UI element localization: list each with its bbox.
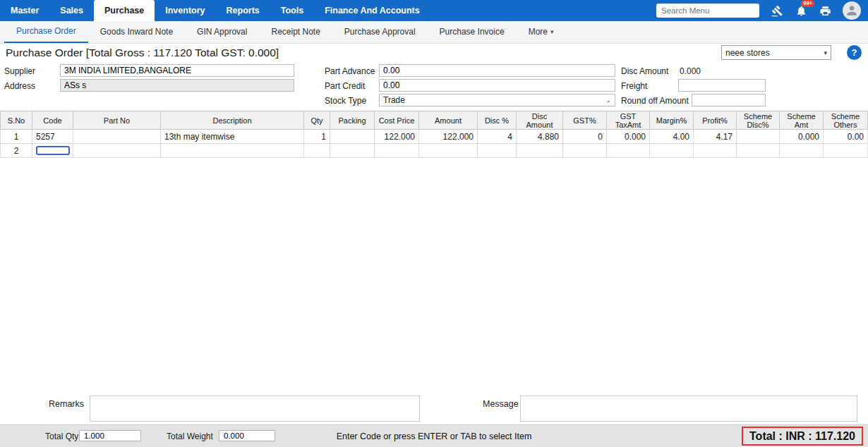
- table-cell[interactable]: [737, 144, 780, 158]
- column-header: Packing: [330, 111, 375, 130]
- printer-icon[interactable]: [819, 4, 831, 17]
- table-cell[interactable]: 0.000: [607, 130, 650, 144]
- table-cell[interactable]: [780, 144, 824, 158]
- column-header: Scheme Disc%: [737, 111, 780, 130]
- part-advance-label: Part Advance: [325, 66, 375, 76]
- column-header: GST TaxAmt: [607, 111, 650, 130]
- column-header: Disc Amount: [517, 111, 563, 130]
- supplier-input[interactable]: [60, 64, 294, 77]
- column-header: Description: [161, 111, 304, 130]
- nav-item-inventory[interactable]: Inventory: [155, 0, 215, 21]
- notifications-bell-icon[interactable]: 99+: [795, 4, 807, 17]
- table-cell[interactable]: [694, 144, 737, 158]
- order-header-form: Supplier Address Part Advance Part Credi…: [0, 62, 868, 110]
- table-cell[interactable]: 4.00: [650, 130, 694, 144]
- table-cell[interactable]: 5257: [32, 130, 73, 144]
- column-header: Profit%: [694, 111, 737, 130]
- tab-purchase-invoice[interactable]: Purchase Invoice: [428, 21, 517, 43]
- disc-amount-value: 0.000: [680, 66, 701, 76]
- table-cell[interactable]: [824, 144, 868, 158]
- table-cell[interactable]: 122.000: [375, 130, 419, 144]
- table-cell[interactable]: [650, 144, 694, 158]
- tab-gin-approval[interactable]: GIN Approval: [185, 21, 259, 43]
- table-cell[interactable]: [73, 130, 161, 144]
- column-header: Qty: [304, 111, 330, 130]
- round-off-amount-input[interactable]: [692, 94, 766, 106]
- message-label: Message: [483, 399, 519, 409]
- total-weight-input[interactable]: [219, 430, 275, 441]
- table-cell[interactable]: 4.17: [694, 130, 737, 144]
- user-avatar[interactable]: [843, 1, 861, 20]
- tab-purchase-order[interactable]: Purchase Order: [4, 21, 88, 43]
- message-textarea[interactable]: [520, 396, 857, 422]
- store-selector-dropdown[interactable]: neee stores ▾: [721, 45, 831, 60]
- nav-item-sales[interactable]: Sales: [49, 0, 94, 21]
- nav-item-finance-and-accounts[interactable]: Finance And Accounts: [314, 0, 430, 21]
- column-header: Disc %: [478, 111, 517, 130]
- table-cell[interactable]: 0.000: [780, 130, 824, 144]
- gavel-icon[interactable]: [771, 4, 783, 17]
- table-cell[interactable]: [607, 144, 650, 158]
- remarks-textarea[interactable]: [90, 396, 420, 422]
- tab-purchase-approval[interactable]: Purchase Approval: [332, 21, 428, 43]
- table-header-row: S.NoCodePart NoDescriptionQtyPackingCost…: [1, 111, 868, 130]
- table-cell[interactable]: 4: [478, 130, 517, 144]
- table-cell[interactable]: [330, 144, 375, 158]
- table-cell[interactable]: [419, 144, 478, 158]
- table-cell[interactable]: [32, 144, 73, 158]
- table-cell[interactable]: [737, 130, 780, 144]
- table-cell[interactable]: [330, 130, 375, 144]
- address-input[interactable]: [60, 79, 294, 92]
- search-menu-input[interactable]: [656, 4, 759, 18]
- disc-amount-label: Disc Amount: [621, 66, 668, 76]
- address-label: Address: [4, 81, 35, 91]
- freight-label: Freight: [621, 81, 647, 91]
- table-cell[interactable]: [73, 144, 161, 158]
- table-cell[interactable]: 2: [1, 144, 32, 158]
- table-cell[interactable]: 1: [304, 130, 330, 144]
- table-cell[interactable]: 13th may itemwise: [161, 130, 304, 144]
- tab-more[interactable]: More ▾: [517, 21, 566, 43]
- supplier-label: Supplier: [4, 66, 35, 76]
- nav-item-purchase[interactable]: Purchase: [94, 0, 155, 21]
- remarks-label: Remarks: [49, 399, 84, 409]
- column-header: Cost Price: [375, 111, 419, 130]
- total-qty-input[interactable]: [79, 430, 141, 441]
- table-cell[interactable]: 0: [563, 130, 607, 144]
- store-selector-value: neee stores: [725, 48, 770, 58]
- stock-type-select[interactable]: Trade ⌄: [379, 94, 615, 106]
- table-cell[interactable]: 122.000: [419, 130, 478, 144]
- table-cell[interactable]: 0.00: [824, 130, 868, 144]
- title-bar: Purchase Order [Total Gross : 117.120 To…: [0, 44, 868, 62]
- table-cell[interactable]: 1: [1, 130, 32, 144]
- table-cell[interactable]: [161, 144, 304, 158]
- stock-type-label: Stock Type: [325, 96, 366, 106]
- help-icon[interactable]: ?: [847, 45, 862, 60]
- column-header: S.No: [1, 111, 32, 130]
- part-credit-input[interactable]: [379, 79, 615, 92]
- part-advance-input[interactable]: [379, 64, 615, 77]
- nav-item-reports[interactable]: Reports: [216, 0, 270, 21]
- freight-input[interactable]: [678, 79, 766, 92]
- table-cell[interactable]: 4.880: [517, 130, 563, 144]
- table-cell[interactable]: [304, 144, 330, 158]
- table-cell[interactable]: [478, 144, 517, 158]
- nav-item-tools[interactable]: Tools: [270, 0, 314, 21]
- table-cell[interactable]: [375, 144, 419, 158]
- column-header: Scheme Amt: [780, 111, 824, 130]
- column-header: Scheme Others: [824, 111, 868, 130]
- table-cell[interactable]: [517, 144, 563, 158]
- total-qty-label: Total Qty: [45, 431, 78, 441]
- nav-item-master[interactable]: Master: [0, 0, 49, 21]
- column-header: Amount: [419, 111, 478, 130]
- tab-receipt-note[interactable]: Receipt Note: [259, 21, 332, 43]
- tab-goods-inward-note[interactable]: Goods Inward Note: [88, 21, 185, 43]
- column-header: GST%: [563, 111, 607, 130]
- notification-badge: 99+: [801, 0, 814, 7]
- chevron-down-icon: ⌄: [605, 97, 611, 104]
- total-weight-label: Total Weight: [167, 431, 213, 441]
- chevron-down-icon: ▾: [550, 21, 554, 43]
- table-cell[interactable]: [563, 144, 607, 158]
- code-entry-input[interactable]: [36, 146, 70, 155]
- table-row: 1525713th may itemwise1122.000122.00044.…: [1, 130, 868, 144]
